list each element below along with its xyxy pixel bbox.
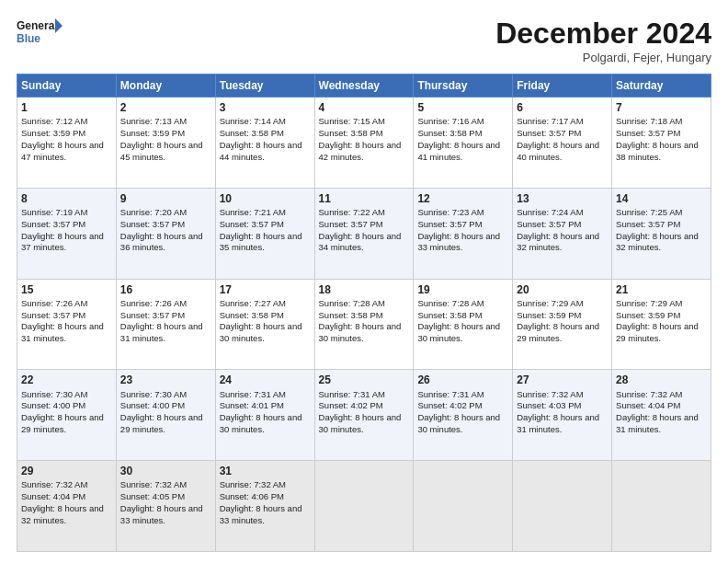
calendar-cell: 31 Sunrise: 7:32 AM Sunset: 4:06 PM Dayl… — [215, 461, 314, 552]
day-number: 21 — [616, 282, 707, 297]
sunrise-label: Sunrise: 7:14 AM — [220, 116, 286, 126]
sunrise-label: Sunrise: 7:20 AM — [120, 207, 187, 217]
svg-text:Blue: Blue — [17, 32, 40, 45]
daylight-label: Daylight: 8 hours and 44 minutes. — [220, 140, 302, 162]
day-number: 15 — [21, 282, 112, 297]
sunset-label: Sunset: 3:57 PM — [220, 219, 284, 229]
calendar-cell: 17 Sunrise: 7:27 AM Sunset: 3:58 PM Dayl… — [215, 279, 314, 370]
calendar-cell: 6 Sunrise: 7:17 AM Sunset: 3:57 PM Dayli… — [513, 98, 612, 189]
sunset-label: Sunset: 3:57 PM — [120, 219, 185, 229]
calendar-cell: 23 Sunrise: 7:30 AM Sunset: 4:00 PM Dayl… — [116, 370, 215, 461]
sunset-label: Sunset: 4:06 PM — [220, 491, 284, 501]
daylight-label: Daylight: 8 hours and 31 minutes. — [120, 321, 203, 343]
daylight-label: Daylight: 8 hours and 30 minutes. — [220, 412, 302, 434]
sunrise-label: Sunrise: 7:26 AM — [21, 298, 87, 308]
sunset-label: Sunset: 3:57 PM — [517, 128, 581, 138]
calendar-cell — [513, 461, 612, 552]
sunrise-label: Sunrise: 7:13 AM — [120, 116, 187, 126]
sunset-label: Sunset: 3:58 PM — [220, 310, 284, 320]
calendar-cell: 10 Sunrise: 7:21 AM Sunset: 3:57 PM Dayl… — [215, 188, 314, 279]
sunrise-label: Sunrise: 7:18 AM — [616, 116, 682, 126]
sunrise-label: Sunrise: 7:30 AM — [21, 389, 87, 399]
daylight-label: Daylight: 8 hours and 30 minutes. — [319, 321, 402, 343]
day-number: 29 — [21, 464, 112, 478]
day-number: 24 — [220, 373, 311, 387]
sunset-label: Sunset: 4:04 PM — [616, 400, 680, 410]
calendar-cell: 16 Sunrise: 7:26 AM Sunset: 3:57 PM Dayl… — [116, 279, 215, 370]
sunset-label: Sunset: 4:00 PM — [21, 400, 85, 410]
svg-text:General: General — [17, 19, 58, 32]
calendar-cell: 24 Sunrise: 7:31 AM Sunset: 4:01 PM Dayl… — [215, 370, 314, 461]
daylight-label: Daylight: 8 hours and 32 minutes. — [517, 231, 599, 253]
sunrise-label: Sunrise: 7:24 AM — [517, 207, 583, 217]
daylight-label: Daylight: 8 hours and 31 minutes. — [21, 321, 104, 343]
daylight-label: Daylight: 8 hours and 37 minutes. — [21, 231, 104, 253]
day-number: 27 — [517, 373, 608, 387]
sunrise-label: Sunrise: 7:31 AM — [319, 389, 385, 399]
day-number: 23 — [120, 373, 211, 387]
daylight-label: Daylight: 8 hours and 31 minutes. — [616, 412, 699, 434]
location-subtitle: Polgardi, Fejer, Hungary — [495, 51, 711, 64]
calendar-cell: 9 Sunrise: 7:20 AM Sunset: 3:57 PM Dayli… — [116, 188, 215, 279]
daylight-label: Daylight: 8 hours and 29 minutes. — [616, 321, 699, 343]
calendar-cell: 28 Sunrise: 7:32 AM Sunset: 4:04 PM Dayl… — [612, 370, 711, 461]
daylight-label: Daylight: 8 hours and 42 minutes. — [319, 140, 402, 162]
calendar-cell: 3 Sunrise: 7:14 AM Sunset: 3:58 PM Dayli… — [215, 98, 314, 189]
page: General Blue December 2024 Polgardi, Fej… — [0, 0, 728, 563]
sunrise-label: Sunrise: 7:28 AM — [319, 298, 385, 308]
calendar-cell: 27 Sunrise: 7:32 AM Sunset: 4:03 PM Dayl… — [513, 370, 612, 461]
header: General Blue December 2024 Polgardi, Fej… — [17, 17, 711, 64]
sunset-label: Sunset: 3:58 PM — [220, 128, 284, 138]
day-number: 7 — [616, 100, 707, 115]
sunrise-label: Sunrise: 7:22 AM — [319, 207, 385, 217]
sunrise-label: Sunrise: 7:26 AM — [120, 298, 187, 308]
sunset-label: Sunset: 3:57 PM — [417, 219, 482, 229]
daylight-label: Daylight: 8 hours and 32 minutes. — [616, 231, 699, 253]
daylight-label: Daylight: 8 hours and 29 minutes. — [21, 412, 104, 434]
sunset-label: Sunset: 3:59 PM — [517, 310, 581, 320]
calendar-cell — [612, 461, 711, 552]
sunset-label: Sunset: 3:57 PM — [319, 219, 383, 229]
sunset-label: Sunset: 4:04 PM — [21, 491, 85, 501]
calendar-cell: 21 Sunrise: 7:29 AM Sunset: 3:59 PM Dayl… — [612, 279, 711, 370]
day-number: 8 — [21, 191, 112, 206]
day-number: 1 — [21, 100, 112, 115]
calendar-cell: 14 Sunrise: 7:25 AM Sunset: 3:57 PM Dayl… — [612, 188, 711, 279]
day-number: 18 — [319, 282, 410, 297]
col-saturday: Saturday — [612, 75, 711, 98]
calendar-cell: 20 Sunrise: 7:29 AM Sunset: 3:59 PM Dayl… — [513, 279, 612, 370]
calendar-cell: 4 Sunrise: 7:15 AM Sunset: 3:58 PM Dayli… — [314, 98, 414, 189]
logo-svg: General Blue — [17, 17, 63, 50]
daylight-label: Daylight: 8 hours and 31 minutes. — [517, 412, 599, 434]
sunset-label: Sunset: 3:57 PM — [120, 310, 185, 320]
daylight-label: Daylight: 8 hours and 30 minutes. — [417, 412, 500, 434]
sunset-label: Sunset: 3:58 PM — [319, 128, 383, 138]
col-wednesday: Wednesday — [314, 75, 414, 98]
day-number: 25 — [319, 373, 410, 387]
title-block: December 2024 Polgardi, Fejer, Hungary — [495, 17, 711, 64]
day-number: 3 — [220, 100, 311, 115]
week-row-4: 22 Sunrise: 7:30 AM Sunset: 4:00 PM Dayl… — [17, 370, 711, 461]
col-thursday: Thursday — [414, 75, 513, 98]
day-number: 6 — [517, 100, 608, 115]
sunrise-label: Sunrise: 7:32 AM — [517, 389, 583, 399]
daylight-label: Daylight: 8 hours and 33 minutes. — [417, 231, 500, 253]
sunrise-label: Sunrise: 7:29 AM — [616, 298, 682, 308]
calendar-cell: 30 Sunrise: 7:32 AM Sunset: 4:05 PM Dayl… — [116, 461, 215, 552]
day-number: 28 — [616, 373, 707, 387]
daylight-label: Daylight: 8 hours and 34 minutes. — [319, 231, 402, 253]
calendar-cell: 7 Sunrise: 7:18 AM Sunset: 3:57 PM Dayli… — [612, 98, 711, 189]
daylight-label: Daylight: 8 hours and 40 minutes. — [517, 140, 599, 162]
day-number: 30 — [120, 464, 211, 478]
sunrise-label: Sunrise: 7:12 AM — [21, 116, 87, 126]
day-number: 26 — [417, 373, 508, 387]
daylight-label: Daylight: 8 hours and 36 minutes. — [120, 231, 203, 253]
sunrise-label: Sunrise: 7:32 AM — [120, 479, 187, 489]
daylight-label: Daylight: 8 hours and 33 minutes. — [220, 503, 302, 525]
calendar-cell: 5 Sunrise: 7:16 AM Sunset: 3:58 PM Dayli… — [414, 98, 513, 189]
day-number: 19 — [417, 282, 508, 297]
sunrise-label: Sunrise: 7:17 AM — [517, 116, 583, 126]
day-header-row: Sunday Monday Tuesday Wednesday Thursday… — [17, 75, 711, 98]
sunrise-label: Sunrise: 7:16 AM — [417, 116, 483, 126]
sunrise-label: Sunrise: 7:15 AM — [319, 116, 385, 126]
